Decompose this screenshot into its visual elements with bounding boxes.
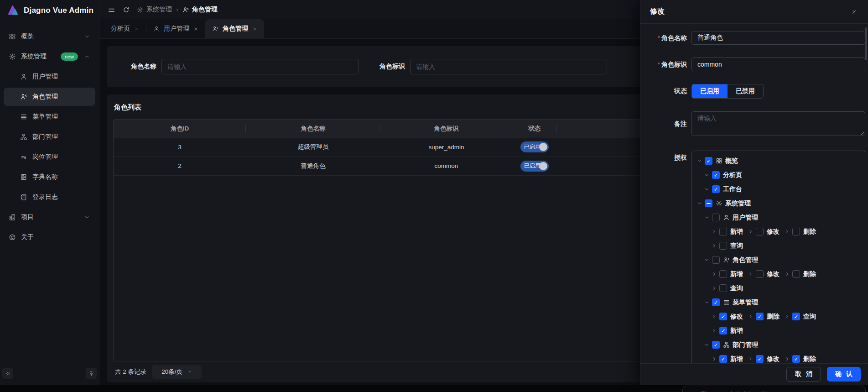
tree-node-label: 部门管理 [733,341,758,349]
status-option[interactable]: 已禁用 [728,84,763,98]
tree-node-role-mgmt[interactable]: 角色管理 [704,256,758,264]
pin-sidebar-button[interactable] [86,368,97,379]
tree-node-dept-delete[interactable]: ✓删除 [784,355,816,363]
cell-role-id: 2 [114,157,246,175]
tree-node-menu-add[interactable]: ✓新增 [711,327,743,335]
status-switch[interactable]: 已启用 [520,161,549,172]
search-field-role-code: 角色标识 [379,59,607,74]
checkbox-checked[interactable]: ✓ [705,157,712,165]
tree-row: 查询 [692,239,865,253]
sidebar-item-login-log[interactable]: 登录日志 [4,188,95,206]
checkbox-checked[interactable]: ✓ [756,313,764,320]
checkbox-unchecked[interactable] [792,270,800,278]
sidebar-item-post-mgmt[interactable]: Pg岗位管理 [4,148,95,166]
checkbox-unchecked[interactable] [756,270,764,278]
role-name-input[interactable] [691,31,865,45]
sidebar-item-dict-name[interactable]: 字典名称 [4,168,95,186]
sidebar-item-menu-mgmt[interactable]: 菜单管理 [4,108,95,126]
tree-node-menu-mgmt[interactable]: ✓菜单管理 [704,298,758,307]
role-name-search-input[interactable] [161,59,359,74]
tree-node-user-query[interactable]: 查询 [711,242,743,250]
checkbox-unchecked[interactable] [719,228,727,235]
sidebar-item-label: 用户管理 [32,73,90,81]
tree-node-user-delete[interactable]: 删除 [784,228,816,236]
checkbox-unchecked[interactable] [756,228,764,235]
tree-node-role-add[interactable]: 新增 [711,270,743,278]
sidebar-item-overview[interactable]: 概览 [4,27,95,46]
chevron-right-icon [784,314,790,319]
checkbox-checked[interactable]: ✓ [712,341,720,349]
tree-node-menu-edit[interactable]: ✓修改 [711,313,743,321]
tree-node-menu-query[interactable]: ✓查询 [784,313,816,321]
tab-analysis[interactable]: 分析页 [104,19,146,38]
user-icon [153,26,160,32]
breadcrumb-item[interactable]: 系统管理 [137,5,172,14]
checkbox-checked[interactable]: ✓ [712,171,720,179]
checkbox-checked[interactable]: ✓ [792,355,800,363]
refresh-button[interactable] [123,6,130,13]
checkbox-checked[interactable]: ✓ [719,313,727,320]
checkbox-unchecked[interactable] [712,214,720,221]
tree-node-role-edit[interactable]: 修改 [748,270,780,278]
role-code-input[interactable] [691,57,865,71]
sidebar-item-role-mgmt[interactable]: 角色管理 [4,88,95,106]
checkbox-checked[interactable]: ✓ [719,327,727,335]
checkbox-unchecked[interactable] [792,228,800,235]
sidebar-item-system[interactable]: 系统管理new [4,47,95,66]
hamburger-menu-button[interactable] [108,6,115,14]
tree-node-role-delete[interactable]: 删除 [784,270,816,278]
status-option[interactable]: 已启用 [692,84,728,98]
sidebar-item-dept-mgmt[interactable]: 部门管理 [4,128,95,146]
tree-node-analysis[interactable]: ✓分析页 [704,171,742,179]
checkbox-checked[interactable]: ✓ [756,355,764,363]
tree-node-overview[interactable]: ✓概览 [696,157,738,165]
tree-node-user-mgmt[interactable]: 用户管理 [704,214,758,222]
tab-user-mgmt[interactable]: 用户管理 [146,19,205,38]
breadcrumb-item[interactable]: 角色管理 [182,5,218,14]
tree-node-menu-delete[interactable]: ✓删除 [748,313,780,321]
tree-node-workbench[interactable]: ✓工作台 [704,185,742,193]
chevron-right-icon [711,243,717,249]
chevron-down-icon [704,342,710,348]
checkbox-checked[interactable]: ✓ [792,313,800,320]
tree-node-dept-mgmt[interactable]: ✓部门管理 [704,341,758,349]
close-tab-icon[interactable] [134,26,139,31]
close-tab-icon[interactable] [252,26,257,31]
checkbox-checked[interactable]: ✓ [719,355,727,363]
drawer-body: 角色名称 角色标识 状态 已启用已禁用 备注 授权 ✓概览✓分析页✓工作台系 [640,24,868,363]
search-field-role-name: 角色名称 [131,59,359,74]
sidebar-item-about[interactable]: 关于 [4,228,95,246]
collapse-sidebar-button[interactable] [2,368,13,379]
tree-node-role-query[interactable]: 查询 [711,284,743,293]
checkbox-checked[interactable]: ✓ [712,298,720,306]
sidebar-item-label: 登录日志 [32,193,90,201]
sidebar-item-project[interactable]: 项目 [4,208,95,226]
sidebar: Djagno Vue Admin 概览系统管理new用户管理角色管理菜单管理部门… [0,0,99,385]
scrollbar-thumb[interactable] [865,27,867,60]
remark-textarea[interactable] [691,111,865,136]
checkbox-unchecked[interactable] [719,270,727,278]
sidebar-item-user-mgmt[interactable]: 用户管理 [4,68,95,86]
column-header: 角色ID [114,120,246,138]
status-switch[interactable]: 已启用 [520,141,549,152]
cell-role-code: common [380,157,512,175]
checkbox-checked[interactable]: ✓ [712,185,720,193]
tree-node-user-edit[interactable]: 修改 [748,228,780,236]
checkbox-unchecked[interactable] [712,256,720,264]
checkbox-indeterminate[interactable] [705,199,712,207]
cancel-button[interactable]: 取 消 [786,367,821,382]
tree-node-dept-add[interactable]: ✓新增 [711,355,743,363]
confirm-button[interactable]: 确 认 [827,367,861,382]
svg-text:Pg: Pg [21,155,26,159]
close-drawer-button[interactable] [848,6,860,18]
checkbox-unchecked[interactable] [719,284,727,292]
tree-node-user-add[interactable]: 新增 [711,228,743,236]
checkbox-unchecked[interactable] [719,242,727,250]
close-tab-icon[interactable] [193,26,198,31]
page-size-select[interactable]: 20条/页 [152,365,202,379]
tree-node-system[interactable]: 系统管理 [696,199,751,208]
tree-node-dept-edit[interactable]: ✓修改 [748,355,780,363]
tab-role-mgmt[interactable]: 角色管理 [205,19,264,38]
role-code-search-input[interactable] [410,59,607,74]
permission-tree: ✓概览✓分析页✓工作台系统管理用户管理新增修改删除查询角色管理新增修改删除查询✓… [691,151,865,363]
